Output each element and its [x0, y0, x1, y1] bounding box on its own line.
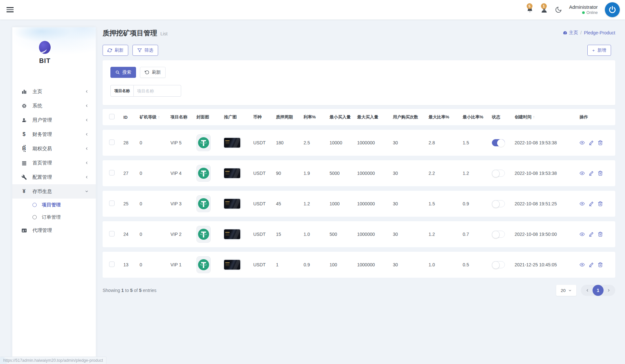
status-toggle[interactable] [492, 170, 505, 177]
breadcrumb-separator: / [581, 30, 582, 35]
tether-logo-icon [198, 168, 209, 179]
table-row: 27 0 VIP 4 USDT 90 1.9 5000 1000000 30 2… [103, 160, 615, 186]
cell-max-buy: 1000000 [354, 221, 390, 247]
user-menu[interactable]: Administrator Online [569, 4, 598, 15]
bell-icon[interactable]: 5 [526, 6, 533, 13]
sidebar-subitem-order-mgmt[interactable]: 订单管理 [12, 211, 96, 223]
cell-id: 28 [120, 130, 136, 156]
page-size-select[interactable]: 20 [556, 285, 576, 296]
cover-image[interactable] [196, 134, 211, 151]
entries-from: 1 [121, 288, 124, 293]
view-icon[interactable] [580, 201, 585, 206]
project-name-label: 项目名称 [110, 85, 133, 97]
row-checkbox[interactable] [109, 140, 115, 145]
sidebar-item-finance[interactable]: $ 财务管理 [12, 127, 96, 141]
col-created-at[interactable]: 创建时间↑ [511, 109, 576, 125]
hamburger-menu-icon[interactable] [6, 7, 14, 12]
delete-icon[interactable] [598, 201, 603, 206]
col-max-ratio: 最大比率% [425, 109, 459, 125]
search-filter-panel: 搜索 刷新 项目名称 [103, 60, 615, 105]
col-rate: 利率% [300, 109, 326, 125]
row-checkbox[interactable] [109, 261, 115, 267]
user-notification-icon[interactable]: 1 [541, 6, 548, 13]
next-page-button[interactable] [604, 286, 613, 295]
sidebar-item-options-trading[interactable]: B 期权交易 [12, 141, 96, 156]
breadcrumb-home-link[interactable]: 主页 [563, 30, 578, 36]
cell-pledge-period: 45 [273, 191, 300, 217]
dark-mode-moon-icon[interactable] [555, 6, 562, 13]
edit-icon[interactable] [589, 232, 594, 237]
cell-miner-level: 0 [136, 130, 167, 156]
top-navbar: 5 1 Administrator Online [0, 0, 625, 19]
status-toggle[interactable] [492, 231, 505, 238]
filter-button[interactable]: 筛选 [132, 45, 158, 56]
tether-logo-icon [198, 198, 209, 209]
dollar-icon: $ [21, 132, 27, 137]
cell-user-buy-times: 30 [390, 130, 425, 156]
reset-button[interactable]: 刷新 [140, 67, 166, 78]
project-name-input[interactable] [133, 85, 181, 97]
cell-max-buy: 1000000 [354, 191, 390, 217]
user-icon [21, 117, 27, 123]
col-miner-level[interactable]: 矿机等级↑ [136, 109, 167, 125]
cell-pledge-period: 15 [273, 221, 300, 247]
search-button[interactable]: 搜索 [110, 67, 136, 78]
breadcrumb: 主页 / Pledge-Product [563, 29, 615, 36]
avatar[interactable] [605, 2, 620, 17]
cell-project-name: VIP 3 [167, 191, 193, 217]
edit-icon[interactable] [589, 171, 594, 176]
sidebar-item-coin-interest[interactable]: ¥ 存币生息 [12, 184, 96, 199]
sidebar-item-homepage-mgmt[interactable]: 首页管理 [12, 156, 96, 170]
create-button[interactable]: + 新增 [587, 45, 611, 56]
sort-asc-icon[interactable]: ↑ [533, 115, 535, 119]
prev-page-button[interactable] [583, 286, 592, 295]
refresh-button[interactable]: 刷新 [103, 45, 128, 56]
pagination: 20 1 [556, 285, 615, 296]
sidebar-item-config[interactable]: 配置管理 [12, 170, 96, 184]
promo-image[interactable] [224, 138, 240, 148]
chevron-left-icon [85, 118, 89, 122]
delete-icon[interactable] [598, 232, 603, 237]
table-footer: Showing 1 to 5 of 5 entries 20 1 [103, 285, 615, 296]
sidebar-item-system[interactable]: 系统 [12, 99, 96, 113]
promo-image[interactable] [224, 260, 240, 270]
view-icon[interactable] [580, 140, 585, 145]
sidebar-item-agent-mgmt[interactable]: 代理管理 [12, 223, 96, 237]
view-icon[interactable] [580, 171, 585, 176]
view-icon[interactable] [580, 262, 585, 267]
cell-user-buy-times: 30 [390, 221, 425, 247]
sidebar-subitem-project-mgmt[interactable]: 项目管理 [12, 199, 96, 211]
cell-pledge-period: 1 [273, 252, 300, 278]
promo-image[interactable] [224, 168, 240, 178]
cover-image[interactable] [196, 165, 211, 182]
sidebar-item-users[interactable]: 用户管理 [12, 113, 96, 127]
cell-id: 24 [120, 221, 136, 247]
chevron-left-icon [85, 132, 89, 136]
status-toggle[interactable] [492, 200, 505, 207]
promo-image[interactable] [224, 229, 240, 239]
delete-icon[interactable] [598, 171, 603, 176]
delete-icon[interactable] [598, 140, 603, 145]
edit-icon[interactable] [589, 140, 594, 145]
row-checkbox[interactable] [109, 170, 115, 176]
status-toggle[interactable] [492, 261, 505, 268]
status-toggle[interactable] [492, 139, 505, 146]
select-all-checkbox[interactable] [109, 114, 115, 119]
sidebar-item-home[interactable]: 主页 [12, 84, 96, 99]
id-card-icon [21, 228, 27, 233]
edit-icon[interactable] [589, 262, 594, 267]
current-page-button[interactable]: 1 [593, 285, 604, 296]
row-checkbox[interactable] [109, 200, 115, 206]
edit-icon[interactable] [589, 201, 594, 206]
cell-coin: USDT [250, 252, 273, 278]
cover-image[interactable] [196, 195, 211, 212]
circle-icon [32, 215, 37, 219]
cover-image[interactable] [196, 226, 211, 243]
promo-image[interactable] [224, 199, 240, 209]
row-checkbox[interactable] [109, 231, 115, 237]
cell-rate: 1.9 [300, 160, 326, 186]
sort-asc-icon[interactable]: ↑ [158, 115, 160, 119]
delete-icon[interactable] [598, 262, 603, 267]
view-icon[interactable] [580, 232, 585, 237]
cover-image[interactable] [196, 256, 211, 273]
